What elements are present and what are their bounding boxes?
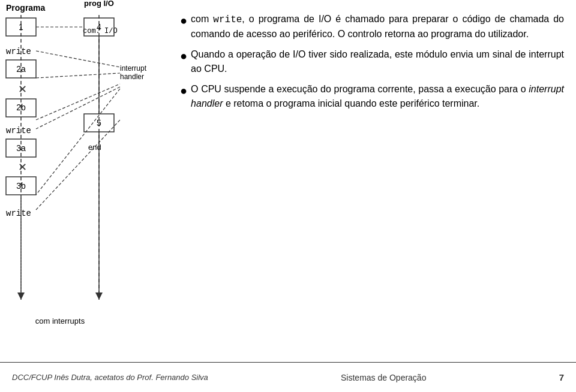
interrupt-handler-label-1: interrupt bbox=[120, 64, 147, 73]
bullet-item-1: ● com write, o programa de I/O é chamado… bbox=[180, 12, 564, 41]
num-4-label: 4 bbox=[97, 22, 101, 32]
bullet-item-2: ● Quando a operação de I/O tiver sido re… bbox=[180, 47, 564, 76]
svg-line-14 bbox=[36, 84, 120, 120]
svg-line-13 bbox=[36, 73, 120, 78]
bullet-dot-1: ● bbox=[180, 12, 187, 29]
x-mark-3a: ✕ bbox=[18, 161, 27, 173]
footer-left: DCC/FCUP Inês Dutra, acetatos do Prof. F… bbox=[12, 373, 208, 382]
svg-line-12 bbox=[36, 51, 120, 67]
footer-page: 7 bbox=[559, 372, 564, 382]
programa-label: Programa bbox=[6, 3, 46, 13]
write-label-2: write bbox=[6, 126, 31, 135]
footer: DCC/FCUP Inês Dutra, acetatos do Prof. F… bbox=[0, 362, 576, 392]
interrupt-handler-italic: interrupt handler bbox=[191, 84, 564, 108]
write-label-1: write bbox=[6, 47, 31, 56]
step-2b-label: 2b bbox=[16, 102, 26, 112]
interrupt-handler-label-2: handler bbox=[120, 73, 144, 81]
step-1-label: 1 bbox=[19, 22, 23, 32]
svg-line-19 bbox=[36, 89, 120, 195]
step-3b-label: 3b bbox=[16, 181, 26, 191]
step-3a-label: 3a bbox=[16, 143, 26, 153]
bullet-dot-3: ● bbox=[180, 82, 187, 99]
bullet-text-2: Quando a operação de I/O tiver sido real… bbox=[191, 47, 564, 76]
com-interrupts-label: com interrupts bbox=[35, 316, 85, 325]
x-mark-2a: ✕ bbox=[18, 83, 27, 95]
bullet-item-3: ● O CPU suspende a execução do programa … bbox=[180, 82, 564, 111]
step-2a-label: 2a bbox=[16, 64, 26, 74]
write-label-3: write bbox=[6, 209, 31, 218]
progio-label: prog I/O bbox=[84, 0, 114, 8]
svg-marker-17 bbox=[95, 293, 103, 300]
footer-center: Sistemas de Operação bbox=[341, 373, 426, 382]
svg-marker-8 bbox=[17, 293, 25, 300]
bullet-text-3: O CPU suspende a execução do programa co… bbox=[191, 82, 564, 111]
diagram-svg: Programa prog I/O com. I/O 1 write 2a ✕ … bbox=[0, 0, 180, 354]
num-5-label: 5 bbox=[97, 118, 101, 128]
text-area: ● com write, o programa de I/O é chamado… bbox=[180, 12, 564, 356]
bullet-text-1: com write, o programa de I/O é chamado p… bbox=[191, 12, 564, 41]
write-inline: write bbox=[213, 14, 242, 25]
bullet-dot-2: ● bbox=[180, 47, 187, 64]
svg-line-20 bbox=[36, 120, 120, 210]
svg-line-18 bbox=[36, 87, 120, 129]
